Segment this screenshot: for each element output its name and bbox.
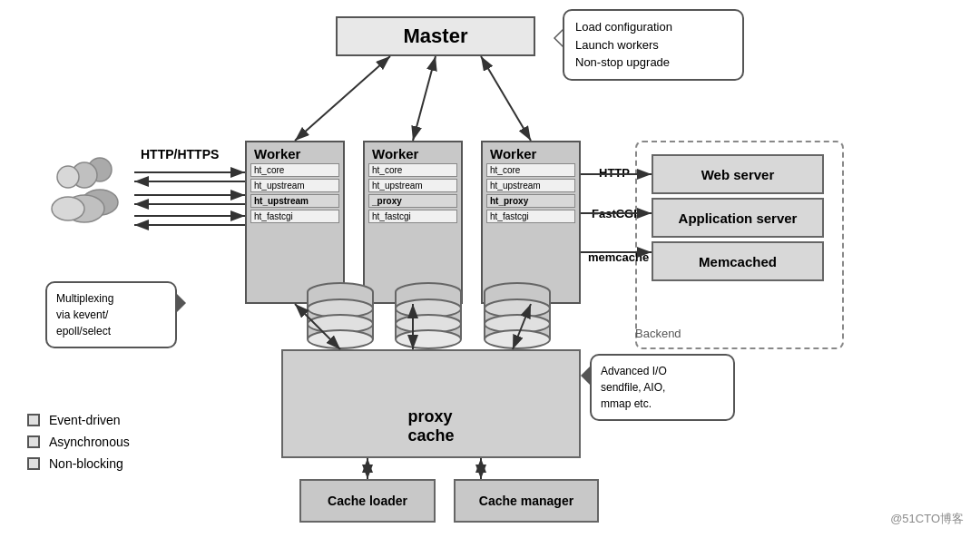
advancedio-bubble: Advanced I/Osendfile, AIO,mmap etc. bbox=[590, 354, 735, 421]
svg-point-19 bbox=[396, 330, 461, 348]
legend-label-2: Asynchronous bbox=[49, 435, 130, 449]
cylinder1 bbox=[304, 281, 377, 354]
memcached-label: Memcached bbox=[699, 254, 777, 269]
cache-loader-label: Cache loader bbox=[328, 494, 407, 508]
legend-item-1: Event-driven bbox=[27, 413, 130, 427]
worker1-title: Worker bbox=[250, 146, 339, 161]
worker3-mod2: ht_upstream bbox=[486, 179, 575, 192]
worker3-title: Worker bbox=[486, 146, 575, 161]
bubble-line2: Launch workers bbox=[575, 38, 659, 52]
web-server-label: Web server bbox=[701, 167, 775, 182]
bubble-line3: Non-stop upgrade bbox=[575, 55, 670, 69]
svg-line-29 bbox=[295, 56, 390, 141]
worker1-mod4: ht_fastcgi bbox=[250, 210, 339, 223]
worker1-mod3: ht_upstream bbox=[250, 194, 339, 208]
cylinder2 bbox=[392, 281, 465, 354]
http-https-label: HTTP/HTTPS bbox=[141, 147, 219, 161]
backend-label: Backend bbox=[635, 327, 681, 340]
watermark: @51CTO博客 bbox=[890, 511, 964, 527]
worker1-mod1: ht_core bbox=[250, 163, 339, 177]
legend-label-3: Non-blocking bbox=[49, 456, 123, 471]
memcached-box: Memcached bbox=[652, 241, 824, 281]
worker3-mod3: ht_proxy bbox=[486, 194, 575, 208]
app-server-label: Application server bbox=[679, 210, 798, 226]
worker2-mod2: ht_upstream bbox=[368, 179, 457, 192]
multiplex-bubble: Multiplexingvia kevent/epoll/select bbox=[45, 281, 177, 348]
svg-line-31 bbox=[481, 56, 531, 141]
master-label: Master bbox=[404, 24, 468, 48]
legend-square-3 bbox=[27, 457, 40, 470]
memcache-proto-label: memcache bbox=[588, 250, 649, 264]
svg-point-26 bbox=[485, 330, 550, 348]
worker3-box: Worker ht_core ht_upstream ht_proxy ht_f… bbox=[481, 141, 581, 304]
users-icon bbox=[50, 150, 132, 231]
svg-point-5 bbox=[52, 197, 84, 220]
worker2-box: Worker ht_core ht_upstream _proxy ht_fas… bbox=[363, 141, 463, 304]
svg-line-30 bbox=[413, 56, 436, 141]
worker3-mod1: ht_core bbox=[486, 163, 575, 177]
worker2-mod3: _proxy bbox=[368, 194, 457, 208]
master-bubble: Load configuration Launch workers Non-st… bbox=[563, 9, 744, 81]
fastcgi-proto-label: FastCGI bbox=[592, 207, 637, 220]
bubble-line1: Load configuration bbox=[575, 20, 672, 34]
cylinder3 bbox=[481, 281, 554, 354]
web-server-box: Web server bbox=[652, 154, 824, 194]
svg-point-4 bbox=[57, 166, 79, 188]
cache-manager-label: Cache manager bbox=[479, 494, 573, 508]
legend-label-1: Event-driven bbox=[49, 413, 121, 427]
cache-loader-box: Cache loader bbox=[299, 479, 436, 523]
http-proto-label: HTTP bbox=[599, 166, 630, 180]
legend: Event-driven Asynchronous Non-blocking bbox=[27, 413, 130, 478]
proxy-cache-box: proxycache bbox=[281, 349, 581, 458]
master-box: Master bbox=[336, 16, 535, 56]
svg-point-12 bbox=[308, 330, 373, 348]
cache-manager-box: Cache manager bbox=[454, 479, 599, 523]
legend-square-1 bbox=[27, 414, 40, 426]
worker2-mod1: ht_core bbox=[368, 163, 457, 177]
app-server-box: Application server bbox=[652, 198, 824, 238]
worker3-mod4: ht_fastcgi bbox=[486, 210, 575, 223]
legend-item-2: Asynchronous bbox=[27, 435, 130, 449]
proxy-cache-label: proxycache bbox=[407, 407, 454, 445]
legend-square-2 bbox=[27, 435, 40, 448]
worker2-title: Worker bbox=[368, 146, 457, 161]
diagram: Master Load configuration Launch workers… bbox=[0, 0, 980, 538]
worker2-mod4: ht_fastcgi bbox=[368, 210, 457, 223]
worker1-mod2: ht_upstream bbox=[250, 179, 339, 192]
worker1-box: Worker ht_core ht_upstream ht_upstream h… bbox=[245, 141, 345, 304]
legend-item-3: Non-blocking bbox=[27, 456, 130, 471]
